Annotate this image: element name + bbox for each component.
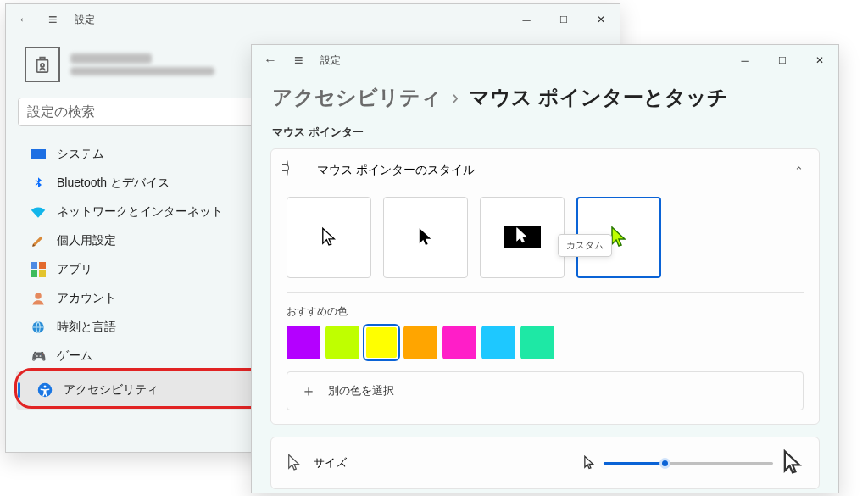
sidebar-item-label: アカウント: [57, 291, 116, 306]
divider: [287, 292, 804, 293]
other-color-label: 別の色を選択: [328, 383, 394, 398]
paintbrush-icon: [30, 232, 47, 249]
window-close-button[interactable]: [582, 6, 620, 33]
globe-icon: [30, 319, 47, 336]
account-icon: [30, 290, 47, 307]
pointer-style-custom[interactable]: カスタム: [576, 197, 661, 278]
chevron-up-icon: [794, 164, 804, 177]
titlebar-back: ← ≡ 設定: [6, 4, 620, 35]
window-minimize-button[interactable]: [508, 6, 545, 33]
sidebar-item-label: ネットワークとインターネット: [57, 204, 223, 220]
window-maximize-button[interactable]: [545, 6, 582, 33]
cursor-small-icon: [583, 455, 595, 471]
size-slider[interactable]: [604, 455, 773, 471]
gamepad-icon: [30, 348, 47, 365]
sidebar-item-label: Bluetooth とデバイス: [57, 176, 170, 191]
card-title: マウス ポインターのスタイル: [317, 163, 475, 178]
svg-point-2: [35, 293, 42, 299]
recommended-colors: [287, 326, 804, 359]
plus-icon: ＋: [301, 381, 316, 401]
cursor-custom-icon: [610, 226, 627, 249]
recommended-colors-label: おすすめの色: [287, 304, 804, 326]
cursor-white-icon: [321, 226, 337, 248]
sidebar-item-label: システム: [57, 147, 104, 162]
cursor-size-icon: [287, 454, 302, 472]
svg-point-5: [44, 385, 47, 387]
pointer-style-card: マウス ポインターのスタイル: [270, 148, 820, 425]
sidebar-item-label: ゲーム: [57, 348, 92, 364]
network-icon: [30, 203, 47, 220]
breadcrumb-current: マウス ポインターとタッチ: [469, 84, 728, 111]
window-close-button[interactable]: [801, 47, 838, 74]
back-icon[interactable]: ←: [18, 12, 31, 27]
pointer-size-card: サイズ: [270, 437, 820, 489]
app-title: 設定: [75, 13, 95, 27]
cursor-large-icon: [782, 449, 804, 476]
app-title: 設定: [320, 53, 341, 68]
sidebar-item-label: アプリ: [57, 262, 92, 277]
pointer-style-header[interactable]: マウス ポインターのスタイル: [271, 149, 819, 192]
hamburger-icon[interactable]: ≡: [294, 52, 303, 70]
avatar-icon: [25, 47, 60, 82]
hamburger-icon[interactable]: ≡: [48, 11, 58, 29]
color-swatch[interactable]: [364, 326, 398, 359]
settings-window-front: ← ≡ 設定 アクセシビリティ › マウス ポインターとタッチ マウス ポインタ…: [251, 44, 839, 493]
window-minimize-button[interactable]: [726, 47, 764, 74]
titlebar-front: ← ≡ 設定: [252, 45, 838, 75]
sidebar-item-label: 個人用設定: [57, 233, 116, 248]
window-maximize-button[interactable]: [764, 47, 801, 74]
system-icon: [30, 146, 47, 163]
color-swatch[interactable]: [442, 326, 476, 359]
color-swatch[interactable]: [520, 326, 554, 359]
color-swatch[interactable]: [481, 326, 515, 359]
sidebar-item-label: アクセシビリティ: [64, 382, 159, 398]
color-swatch[interactable]: [403, 326, 437, 359]
breadcrumb: アクセシビリティ › マウス ポインターとタッチ: [270, 79, 820, 120]
search-placeholder: 設定の検索: [27, 103, 95, 121]
svg-point-1: [41, 64, 44, 67]
apps-icon: [30, 261, 47, 278]
pointer-style-black[interactable]: [383, 197, 468, 278]
svg-rect-0: [37, 60, 48, 73]
accessibility-icon: [36, 382, 53, 398]
color-swatch[interactable]: [287, 326, 320, 359]
breadcrumb-parent[interactable]: アクセシビリティ: [272, 84, 442, 111]
pointer-style-white[interactable]: [287, 197, 371, 278]
pointer-style-options: カスタム: [287, 192, 804, 292]
chevron-right-icon: ›: [452, 86, 459, 109]
cursor-inverted-icon: [504, 226, 541, 248]
section-label: マウス ポインター: [270, 120, 820, 148]
slider-thumb[interactable]: [659, 458, 670, 469]
size-label: サイズ: [314, 455, 347, 471]
color-swatch[interactable]: [326, 326, 359, 359]
user-name-blurred: [70, 53, 214, 75]
tooltip: カスタム: [558, 234, 612, 257]
sidebar-item-label: 時刻と言語: [57, 320, 116, 335]
choose-other-color-button[interactable]: ＋ 別の色を選択: [287, 371, 804, 410]
palette-icon: [287, 161, 305, 180]
bluetooth-icon: [30, 175, 47, 192]
cursor-black-icon: [418, 226, 433, 248]
back-icon[interactable]: ←: [264, 53, 277, 68]
pointer-style-inverted[interactable]: [480, 197, 565, 278]
size-slider-group: [583, 449, 804, 476]
